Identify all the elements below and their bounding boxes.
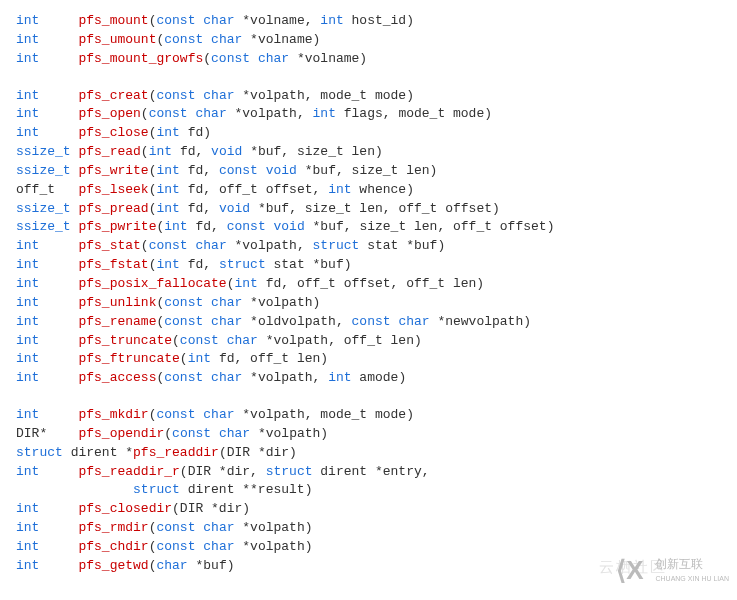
code-line: int pfs_readdir_r(DIR *dir, struct diren… xyxy=(16,463,721,482)
code-line: int pfs_chdir(const char *volpath) xyxy=(16,538,721,557)
code-line: int pfs_access(const char *volpath, int … xyxy=(16,369,721,388)
code-line: int pfs_close(int fd) xyxy=(16,124,721,143)
code-line: int pfs_fstat(int fd, struct stat *buf) xyxy=(16,256,721,275)
code-line: ssize_t pfs_pwrite(int fd, const void *b… xyxy=(16,218,721,237)
code-line: int pfs_ftruncate(int fd, off_t len) xyxy=(16,350,721,369)
code-line: ssize_t pfs_read(int fd, void *buf, size… xyxy=(16,143,721,162)
code-line: int pfs_open(const char *volpath, int fl… xyxy=(16,105,721,124)
code-line: ssize_t pfs_write(int fd, const void *bu… xyxy=(16,162,721,181)
code-line: off_t pfs_lseek(int fd, off_t offset, in… xyxy=(16,181,721,200)
code-block: int pfs_mount(const char *volname, int h… xyxy=(16,12,721,576)
code-line: int pfs_unlink(const char *volpath) xyxy=(16,294,721,313)
code-line: ssize_t pfs_pread(int fd, void *buf, siz… xyxy=(16,200,721,219)
code-line: int pfs_getwd(char *buf) xyxy=(16,557,721,576)
code-line: struct dirent **result) xyxy=(16,481,721,500)
code-line: int pfs_creat(const char *volpath, mode_… xyxy=(16,87,721,106)
code-line: int pfs_mount(const char *volname, int h… xyxy=(16,12,721,31)
code-line: int pfs_rmdir(const char *volpath) xyxy=(16,519,721,538)
watermark-pinyin: CHUANG XIN HU LIAN xyxy=(655,575,729,582)
code-line: DIR* pfs_opendir(const char *volpath) xyxy=(16,425,721,444)
code-line: int pfs_truncate(const char *volpath, of… xyxy=(16,332,721,351)
code-line: int pfs_posix_fallocate(int fd, off_t of… xyxy=(16,275,721,294)
code-line: int pfs_mkdir(const char *volpath, mode_… xyxy=(16,406,721,425)
code-line: int pfs_stat(const char *volpath, struct… xyxy=(16,237,721,256)
code-line: struct dirent *pfs_readdir(DIR *dir) xyxy=(16,444,721,463)
code-line: int pfs_umount(const char *volname) xyxy=(16,31,721,50)
code-line: int pfs_rename(const char *oldvolpath, c… xyxy=(16,313,721,332)
code-line: int pfs_closedir(DIR *dir) xyxy=(16,500,721,519)
code-line: int pfs_mount_growfs(const char *volname… xyxy=(16,50,721,69)
